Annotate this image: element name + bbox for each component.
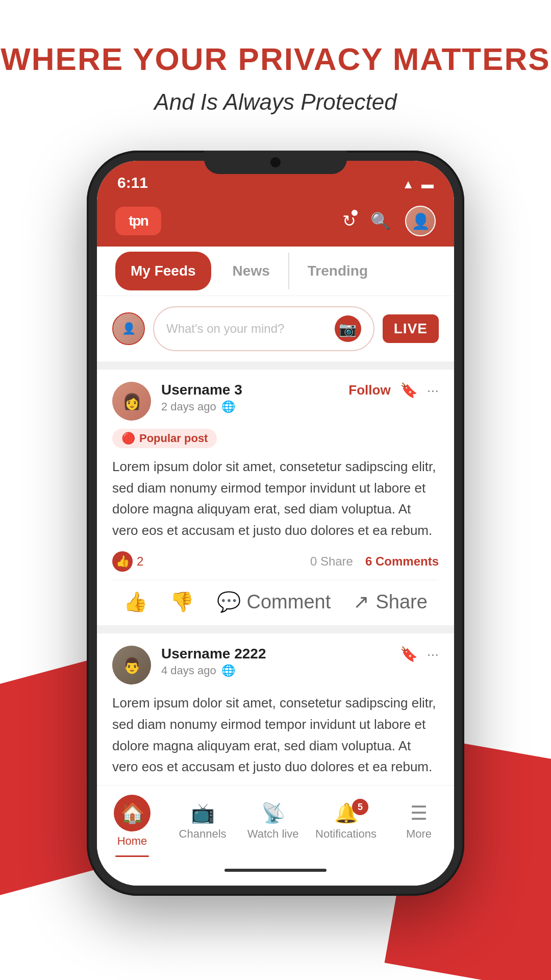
nav-more-label: More [406,827,432,841]
refresh-badge [350,208,359,217]
post-card-1: 👩 Username 3 2 days ago 🌐 Follow 🔖 [97,370,454,625]
tab-separator [288,253,289,289]
tab-news[interactable]: News [217,252,285,290]
thumbs-up-action[interactable]: 👍 [123,591,147,613]
post-stats-1: 👍 2 0 Share 6 Comments [112,551,439,580]
nav-watch-live[interactable]: 📡 Watch live [245,802,301,841]
popular-badge-1: 🔴 Popular post [112,429,217,448]
post-username-2: Username 2222 [161,646,400,662]
nav-channels-label: Channels [179,827,227,841]
app-logo: tpn [115,207,161,235]
post-text-1: Lorem ipsum dolor sit amet, consetetur s… [112,456,439,541]
search-btn[interactable]: 🔍 [370,211,391,231]
more-options-2[interactable]: ··· [427,646,439,663]
post-input-bar: 👤 What's on your mind? 📷 LIVE [97,296,454,361]
post-input-field[interactable]: What's on your mind? 📷 [153,306,374,351]
more-icon: ☰ [410,802,428,824]
globe-icon-2: 🌐 [221,664,235,677]
tab-my-feeds[interactable]: My Feeds [115,252,211,290]
post-actions-right-2: 🔖 ··· [400,646,439,663]
nav-notifications-label: Notifications [315,827,377,841]
bookmark-icon-2[interactable]: 🔖 [400,646,418,663]
sub-headline: And Is Always Protected [154,89,396,115]
more-options-1[interactable]: ··· [427,382,439,399]
post-header-2: 👨 Username 2222 4 days ago 🌐 🔖 ··· [112,646,439,684]
camera-button[interactable]: 📷 [335,315,361,342]
main-headline: WHERE YOUR PRIVACY MATTERS [1,41,550,77]
live-button[interactable]: LIVE [383,314,439,343]
phone-frame: 6:11 ▲ ▬ tpn ↻ 🔍 [87,151,464,896]
bookmark-icon-1[interactable]: 🔖 [400,382,418,399]
post-actions-right-1: Follow 🔖 ··· [348,382,439,399]
post-text-2: Lorem ipsum dolor sit amet, consetetur s… [112,693,439,777]
bottom-nav: 🏠 Home 📺 Channels 📡 Watch live 🔔 5 No [97,785,454,855]
content-area: 👤 What's on your mind? 📷 LIVE [97,296,454,785]
wifi-icon: ▲ [402,177,414,191]
status-icons: ▲ ▬ [402,177,434,191]
popular-icon: 🔴 [121,432,135,445]
share-comments-1: 0 Share 6 Comments [310,554,439,569]
post-meta-1: Username 3 2 days ago 🌐 [161,382,348,413]
nav-notifications[interactable]: 🔔 5 Notifications [315,802,377,841]
refresh-icon-btn[interactable]: ↻ [342,211,356,231]
notifications-badge: 5 [352,799,368,815]
share-icon: ↗ [353,591,369,613]
tab-trending[interactable]: Trending [292,252,383,290]
phone-notch [204,151,347,174]
camera-icon: 📷 [339,321,357,337]
nav-more[interactable]: ☰ More [391,802,447,841]
comments-count-1[interactable]: 6 Comments [365,554,439,569]
post-footer-1: 👍 👎 💬 Comment ↗ Share [112,586,439,613]
post-time-1: 2 days ago 🌐 [161,400,348,413]
home-indicator [97,855,454,886]
like-icon-1: 👍 [112,551,133,572]
post-avatar-1[interactable]: 👩 [112,382,151,421]
thumbs-up-icon: 👍 [123,591,147,613]
post-time-2: 4 days ago 🌐 [161,664,400,677]
home-bar [224,869,327,872]
nav-home[interactable]: 🏠 Home [104,795,160,848]
current-user-avatar: 👤 [112,312,145,345]
nav-home-label: Home [117,835,147,848]
channels-icon: 📺 [191,802,215,824]
follow-button-1[interactable]: Follow [348,382,390,398]
thumbs-down-action[interactable]: 👎 [170,591,194,613]
home-icon: 🏠 [120,802,144,824]
avatar-image: 👤 [406,207,435,235]
post-avatar-2[interactable]: 👨 [112,646,151,684]
thumbs-down-icon: 👎 [170,591,194,613]
share-action[interactable]: ↗ Share [353,591,427,613]
app-header: tpn ↻ 🔍 👤 [97,198,454,247]
like-count-1: 👍 2 [112,551,143,572]
globe-icon-1: 🌐 [221,400,235,413]
post-username-1: Username 3 [161,382,348,398]
post-card-2: 👨 Username 2222 4 days ago 🌐 🔖 ··· [97,633,454,785]
nav-channels[interactable]: 📺 Channels [174,802,231,841]
tab-bar: My Feeds News Trending [97,247,454,296]
user-avatar-header[interactable]: 👤 [405,206,436,236]
nav-watch-live-label: Watch live [247,827,299,841]
search-icon: 🔍 [370,212,391,230]
phone-screen: 6:11 ▲ ▬ tpn ↻ 🔍 [97,161,454,886]
comment-icon: 💬 [217,591,241,613]
watch-live-icon: 📡 [261,802,285,824]
nav-home-underline [115,855,149,857]
battery-icon: ▬ [421,177,434,191]
share-count-1[interactable]: 0 Share [310,554,353,569]
header-right-icons: ↻ 🔍 👤 [342,206,436,236]
post-header-1: 👩 Username 3 2 days ago 🌐 Follow 🔖 [112,382,439,421]
status-time: 6:11 [117,174,148,191]
post-meta-2: Username 2222 4 days ago 🌐 [161,646,400,677]
comment-action[interactable]: 💬 Comment [217,591,331,613]
